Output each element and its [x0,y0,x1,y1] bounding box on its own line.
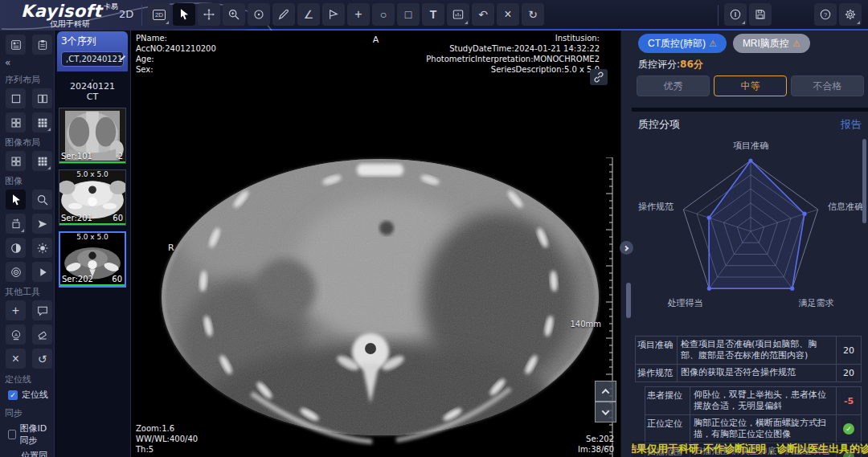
chevron-up-icon [602,388,610,396]
mode-2d-label: 2D [119,8,133,20]
brand-tagline: 仅用于科研 [50,18,90,30]
tool-reset-image-button[interactable]: ↻ [522,3,544,26]
patient-info-overlay: PName: AccNO:2401210200 Age: Sex: [136,33,216,75]
tab-mri-brain-qc[interactable]: MRI脑质控 ⚠ [733,34,810,53]
tool-save-button[interactable] [749,3,772,26]
checkbox-图像ID同步[interactable]: 图像ID同步 [0,421,54,448]
tool-rect-roi-button[interactable]: □ [397,3,420,26]
study-label: , 20240121 CT [55,71,130,102]
checkbox-icon: ✓ [8,390,18,400]
sidebar-tool-grid [0,88,54,133]
tool-image-target-button[interactable] [6,262,26,282]
qc-table-subrow: 正位定位胸部正位定位，横断面螺旋方式扫描，有胸部正位定位图像✓ [645,415,862,443]
series-thumbnail-201[interactable]: 5.0 x 5.0 Ser:201 60 [59,169,126,226]
tool-series-layout-1x2-button[interactable] [32,88,52,108]
tool-image-layout-2x2-button[interactable] [6,151,26,171]
tool-info-button[interactable] [724,3,747,26]
qc-grade-buttons: 优秀 中等 不合格 [637,75,864,96]
qc-main-rows: 项目准确检查项目是否准确(项目如脑部、胸部、腹部是否在标准的范围内容)20操作规… [635,336,862,382]
image-viewport[interactable]: PName: AccNO:2401210200 Age: Sex: Instit… [131,31,620,457]
orientation-right: R [168,243,174,253]
series-dropdown-value: ,CT,20240121 [66,55,122,63]
series-count-label: 3个序列 [61,35,124,48]
series-panel: 3个序列 ,CT,20240121 , 20240121 CT Ser:10 [55,31,131,457]
tool-image-cine-play-button[interactable] [32,262,52,282]
collapse-sidebar-button[interactable]: « [0,57,54,70]
svg-text:项目准确: 项目准确 [733,141,768,151]
tool-image-magnify-button[interactable] [32,190,52,210]
chain-link-icon [592,71,605,84]
tool-probe-point-button[interactable]: + [347,3,370,26]
checkbox-定位线[interactable]: ✓定位线 [0,387,54,402]
tool-tool-comment-button[interactable] [32,300,52,320]
panel-scrollbar[interactable] [626,283,631,318]
tool-image-brightness-button[interactable] [32,238,52,258]
toolbar-separator [141,5,142,26]
sidebar-section-title: 序列布局 [0,70,54,88]
tool-tool-stamp-button[interactable]: A [6,324,26,345]
research-disclaimer-marquee: 结果仅用于科研,不作诊断证明，诊断以医生出具的诊断 [632,441,868,457]
tool-cursor-button[interactable] [173,3,195,26]
tool-ellipse-roi-button[interactable]: ○ [372,3,395,26]
qc-subitems-title: 质控分项 [638,117,680,132]
brand-sub: 卡易 [104,2,118,10]
qc-panel-scrollbar[interactable] [862,139,866,223]
qc-table-subrow: 患者摆位仰卧位，双臂上举抱头，患者体位摆放合适，无明显偏斜-5 [645,386,862,415]
tool-text-annotate-button[interactable]: T [422,3,444,26]
tool-settings-button[interactable] [839,3,862,26]
svg-text:A: A [14,332,17,337]
tool-layout-2d-button[interactable]: 2D [148,3,170,26]
svg-text:满足需求: 满足需求 [798,298,833,308]
tool-length-measure-button[interactable] [272,3,295,26]
tool-tool-delete-button[interactable]: × [6,349,26,369]
tool-image-layout-grid-button[interactable] [32,151,52,171]
thumbnail-series-description: 5.0 x 5.0 [59,170,125,178]
tool-image-send-button[interactable] [32,214,52,234]
next-image-button[interactable] [595,402,616,422]
quality-control-panel: CT质控(肺部) ⚠ MRI脑质控 ⚠ 质控评分:86分 优秀 中等 不合格 质… [632,31,868,457]
grade-excellent-button[interactable]: 优秀 [637,75,710,96]
tool-series-layout-1x1-button[interactable] [6,88,26,108]
series-dropdown[interactable]: ,CT,20240121 [61,51,124,67]
chevron-right-icon [623,246,628,251]
tool-tool-add-button[interactable]: + [6,300,26,320]
thumbnail-series-description: 5.0 x 5.0 [60,233,125,241]
series-thumbnail-101[interactable]: Ser:101 2 [59,108,126,164]
tool-delete-annotation-button[interactable]: × [497,3,519,26]
tool-zoom-in-button[interactable] [223,3,245,26]
tool-pan-button[interactable] [198,3,220,26]
previous-image-button[interactable] [595,381,616,402]
tool-angle-measure-button[interactable]: ∠ [297,3,320,26]
sidebar-section-title: 其他工具 [0,282,54,300]
tool-series-list-button[interactable] [6,35,26,55]
link-series-icon[interactable] [590,69,608,85]
warning-icon: ⚠ [792,39,800,48]
tool-image-invert-button[interactable] [6,238,26,258]
tool-help-button[interactable]: ? [814,3,837,26]
tool-tool-eraser-button[interactable] [32,324,52,345]
tool-series-layout-2x2-button[interactable] [6,112,26,133]
section-divider [632,108,868,112]
tab-ct-lung-qc[interactable]: CT质控(肺部) ⚠ [638,34,727,53]
tool-image-cursor-button[interactable] [6,190,26,210]
tool-cobb-angle-button[interactable] [322,3,345,26]
tool-series-layout-grid-button[interactable] [32,112,52,133]
sidebar-checkbox-groups: 定位线✓定位线同步图像ID同步✓位置同步手动同步缩放/平移窗宽窗位 [0,369,54,457]
series-thumbnail-202-selected[interactable]: 5.0 x 5.0 Ser:202 60 [59,231,126,288]
grade-fail-button[interactable]: 不合格 [791,75,864,96]
report-link[interactable]: 报告 [841,117,862,132]
checkbox-icon [8,430,16,439]
thumbnail-image-count: 2 [118,152,123,161]
thumbnail-series-number: Ser:202 [62,275,93,284]
checkbox-位置同步[interactable]: ✓位置同步 [0,448,54,457]
expand-panel-handle[interactable] [620,241,633,255]
tool-report-button[interactable] [32,35,52,55]
grade-medium-button[interactable]: 中等 [714,75,787,96]
tool-window-level-button[interactable] [248,3,270,26]
tool-tool-reset-button[interactable]: ↺ [32,349,52,369]
tool-preset-window-button[interactable] [447,3,469,26]
tool-image-flip-rotate-button[interactable] [6,214,26,234]
qc-score-value: 86分 [680,59,703,70]
tool-undo-button[interactable]: ↶ [472,3,494,26]
qc-score-cell: -5 [837,387,861,414]
